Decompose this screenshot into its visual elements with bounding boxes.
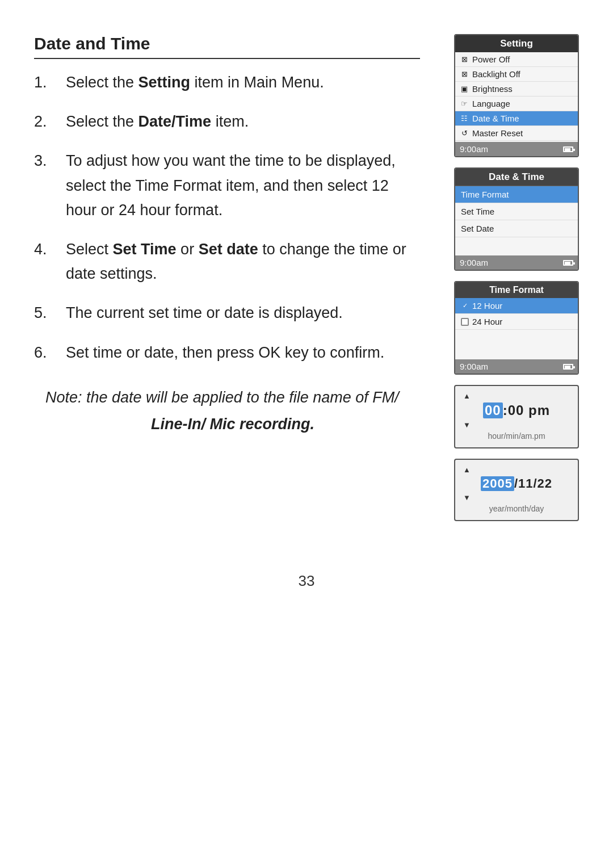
date-highlighted: 2005: [481, 476, 514, 491]
master-reset-icon: ↺: [460, 129, 469, 137]
item-num: 6.: [34, 341, 54, 365]
list-item: 3. To adjust how you want the time to be…: [34, 149, 420, 223]
datetime-panel-header: Date & Time: [455, 169, 578, 186]
date-arrow-up-icon: ▲: [463, 466, 570, 474]
tf-item-label: 12 Hour: [472, 301, 502, 311]
timeformat-panel-footer: 9:00am: [455, 359, 578, 374]
datetime-item-settime[interactable]: Set Time: [455, 203, 578, 220]
list-item: 5. The current set time or date is displ…: [34, 301, 420, 325]
date-rest: /11/22: [514, 476, 552, 491]
setting-item-label: Language: [472, 99, 510, 108]
item-num: 5.: [34, 301, 54, 325]
datetime-panel: Date & Time Time Format Set Time Set Dat…: [454, 167, 579, 271]
page-container: Date and Time 1. Select the Setting item…: [0, 0, 613, 555]
battery-icon: [563, 146, 573, 152]
item-num: 2.: [34, 110, 54, 134]
setting-item-backlight-off[interactable]: ⊠ Backlight Off: [455, 67, 578, 82]
datetime-item-setdate[interactable]: Set Date: [455, 220, 578, 237]
instructions-list: 1. Select the Setting item in Main Menu.…: [34, 70, 420, 365]
item-num: 1.: [34, 70, 54, 95]
timeset-panel: ▲ 00:00 pm ▼ hour/min/am.pm: [454, 385, 579, 448]
date-label: year/month/day: [489, 504, 544, 513]
setting-item-datetime[interactable]: ☷ Date & Time: [455, 111, 578, 126]
datetime-icon: ☷: [460, 114, 469, 123]
battery-icon: [563, 260, 573, 266]
checkbox-unchecked-icon: [461, 318, 469, 326]
time-label: hour/min/am.pm: [488, 431, 545, 441]
time-display: 00:00 pm: [483, 402, 550, 418]
list-item: 1. Select the Setting item in Main Menu.: [34, 70, 420, 95]
item-text: Set time or date, then press OK key to c…: [66, 341, 384, 365]
item-text: Select the Setting item in Main Menu.: [66, 70, 324, 95]
tf-item-label: 24 Hour: [472, 317, 502, 326]
arrow-down-icon: ▼: [463, 421, 570, 429]
item-text: The current set time or date is displaye…: [66, 301, 343, 325]
timeformat-panel-header: Time Format: [455, 282, 578, 298]
arrow-up-icon: ▲: [463, 392, 570, 400]
time-rest: :00 pm: [503, 402, 550, 418]
setting-item-master-reset[interactable]: ↺ Master Reset: [455, 126, 578, 141]
item-text: To adjust how you want the time to be di…: [66, 149, 420, 223]
time-highlighted: 00: [483, 402, 503, 418]
left-content: Date and Time 1. Select the Setting item…: [34, 34, 431, 521]
datetime-footer-time: 9:00am: [460, 258, 488, 267]
item-text: Select Set Time or Set date to change th…: [66, 237, 420, 286]
page-number: 33: [0, 555, 613, 601]
setting-item-label: Power Off: [472, 54, 510, 64]
brightness-icon: ▣: [460, 85, 469, 93]
setting-item-label: Master Reset: [472, 128, 523, 138]
setting-item-label: Brightness: [472, 84, 513, 94]
setting-footer-time: 9:00am: [460, 144, 488, 154]
setting-item-label: Backlight Off: [472, 69, 520, 79]
item-text: Select the Date/Time item.: [66, 110, 249, 134]
date-arrow-down-icon: ▼: [463, 493, 570, 502]
dateset-panel: ▲ 2005/11/22 ▼ year/month/day: [454, 459, 579, 521]
setting-item-language[interactable]: ☞ Language: [455, 97, 578, 111]
note-line1: Note: the date will be applied to the fi…: [45, 389, 399, 406]
language-icon: ☞: [460, 99, 469, 108]
datetime-panel-footer: 9:00am: [455, 255, 578, 270]
dt-item-label: Time Format: [461, 190, 509, 199]
backlight-icon: ⊠: [460, 70, 469, 78]
list-item: 6. Set time or date, then press OK key t…: [34, 341, 420, 365]
item-num: 4.: [34, 237, 54, 286]
timeformat-item-24hour[interactable]: 24 Hour: [455, 314, 578, 330]
list-item: 4. Select Set Time or Set date to change…: [34, 237, 420, 286]
section-title: Date and Time: [34, 34, 420, 59]
setting-item-brightness[interactable]: ▣ Brightness: [455, 82, 578, 97]
timeformat-item-12hour[interactable]: ✓ 12 Hour: [455, 298, 578, 314]
setting-item-label: Date & Time: [472, 114, 519, 123]
datetime-item-timeformat[interactable]: Time Format: [455, 186, 578, 203]
dt-item-label: Set Time: [461, 207, 494, 216]
power-off-icon: ⊠: [460, 55, 469, 64]
list-item: 2. Select the Date/Time item.: [34, 110, 420, 134]
battery-icon: [563, 364, 573, 370]
setting-item-power-off[interactable]: ⊠ Power Off: [455, 52, 578, 67]
setting-panel: Setting ⊠ Power Off ⊠ Backlight Off ▣ Br…: [454, 34, 579, 157]
date-display: 2005/11/22: [481, 476, 552, 491]
right-content: Setting ⊠ Power Off ⊠ Backlight Off ▣ Br…: [454, 34, 579, 521]
item-num: 3.: [34, 149, 54, 223]
setting-panel-header: Setting: [455, 35, 578, 52]
timeformat-footer-time: 9:00am: [460, 362, 488, 371]
checkbox-checked-icon: ✓: [461, 302, 469, 310]
note-block: Note: the date will be applied to the fi…: [34, 385, 420, 433]
timeformat-panel: Time Format ✓ 12 Hour 24 Hour 9:00am: [454, 281, 579, 375]
note-line2: Line-In/ Mic recording.: [45, 416, 420, 433]
dt-item-label: Set Date: [461, 224, 494, 233]
setting-panel-footer: 9:00am: [455, 142, 578, 156]
